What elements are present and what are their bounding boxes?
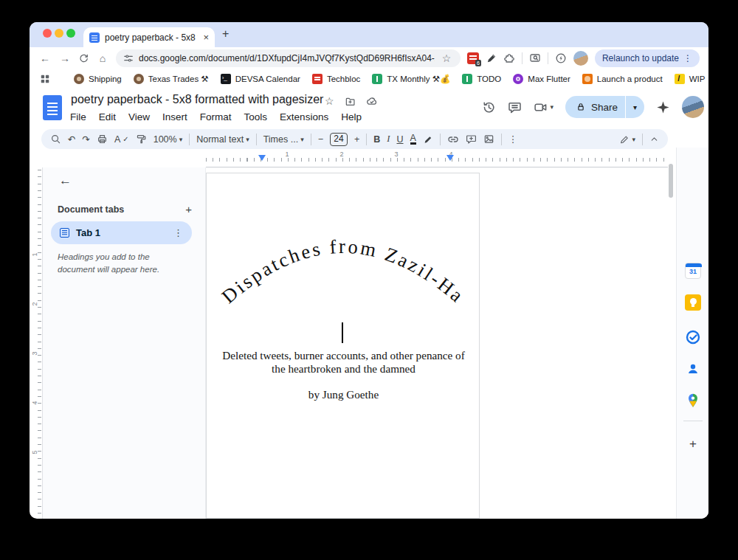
site-settings-icon[interactable] <box>123 53 134 63</box>
browser-tab[interactable]: poetry paperback - 5x8 formatted with pa… <box>83 27 215 47</box>
tab-1-label: Tab 1 <box>76 227 167 238</box>
insert-image-icon[interactable] <box>483 134 494 145</box>
bookmark-texas-trades[interactable]: Texas Trades ⚒ <box>134 74 209 84</box>
hide-menus-icon[interactable] <box>649 134 659 144</box>
spellcheck-icon[interactable]: A✓ <box>114 134 129 145</box>
font-select[interactable]: Times ... ▾ <box>263 134 304 145</box>
undo-icon[interactable]: ↶ <box>68 134 75 145</box>
window-zoom-button[interactable] <box>66 29 75 38</box>
bookmark-launch-a-product[interactable]: Launch a product <box>582 74 663 84</box>
svg-text:Dispatches from Zazil-Ha: Dispatches from Zazil-Ha <box>218 235 469 308</box>
account-avatar[interactable] <box>682 96 704 118</box>
bookmark-todo[interactable]: TODO <box>462 74 501 84</box>
document-page[interactable]: Dispatches from Zazil-Ha Deleted tweets,… <box>206 173 480 519</box>
bookmark-wip[interactable]: WIP <box>675 74 706 84</box>
tasks-app-icon[interactable] <box>684 328 702 346</box>
vertical-scrollbar-thumb[interactable] <box>669 164 673 198</box>
document-title[interactable]: poetry paperback - 5x8 formatted with pa… <box>71 93 323 106</box>
menu-format[interactable]: Format <box>200 111 232 122</box>
video-call-caret-icon[interactable]: ▾ <box>550 103 554 111</box>
bookmark-devsa-calendar[interactable]: DEVSA Calendar <box>221 74 300 84</box>
left-indent-marker[interactable] <box>258 155 266 161</box>
italic-button[interactable]: I <box>387 134 390 145</box>
keep-app-icon[interactable] <box>684 294 702 311</box>
menu-insert[interactable]: Insert <box>162 111 187 122</box>
insert-link-icon[interactable] <box>447 134 459 145</box>
google-docs-logo[interactable] <box>43 95 62 120</box>
contacts-app-icon[interactable] <box>684 360 702 378</box>
decrease-font-size-button[interactable]: − <box>318 134 323 145</box>
zoom-select[interactable]: 100% ▾ <box>154 134 183 145</box>
screen-search-extension-icon[interactable] <box>529 52 541 64</box>
paint-format-icon[interactable] <box>136 134 147 145</box>
horizontal-ruler[interactable]: 1 2 3 4 <box>206 151 668 164</box>
vertical-ruler[interactable]: 1 2 3 4 5 <box>34 170 42 519</box>
relaunch-menu-icon[interactable]: ⋮ <box>683 53 692 63</box>
share-button[interactable]: Share ▾ <box>565 96 644 118</box>
share-label: Share <box>591 102 618 113</box>
paragraph-style-select[interactable]: Normal text ▾ <box>196 134 249 145</box>
bold-button[interactable]: B <box>373 134 380 145</box>
browser-profile-avatar[interactable] <box>573 51 588 66</box>
arched-title-wordart[interactable]: Dispatches from Zazil-Ha <box>209 235 477 324</box>
cloud-saved-icon[interactable] <box>366 95 378 107</box>
bookmark-tx-monthly[interactable]: TX Monthly ⚒💰 <box>372 74 450 84</box>
redo-icon[interactable]: ↷ <box>82 134 89 145</box>
add-tab-button[interactable]: + <box>185 203 192 215</box>
subtitle-line-2[interactable]: the heartbroken and the damned <box>207 362 480 376</box>
star-document-icon[interactable]: ☆ <box>325 95 334 107</box>
search-menus-icon[interactable] <box>50 134 61 145</box>
apps-grid-icon[interactable] <box>40 74 50 84</box>
tab-close-icon[interactable]: × <box>203 32 209 43</box>
forward-icon[interactable]: → <box>58 52 72 64</box>
editing-mode-select[interactable]: ▾ <box>619 134 635 145</box>
lightning-extension-icon[interactable] <box>555 52 567 64</box>
menu-view[interactable]: View <box>128 111 150 122</box>
menu-file[interactable]: File <box>70 111 86 122</box>
join-call-button[interactable]: ▾ <box>534 100 554 114</box>
extensions-puzzle-icon[interactable] <box>503 52 515 64</box>
get-add-ons-button[interactable]: + <box>677 437 708 452</box>
menu-edit[interactable]: Edit <box>99 111 116 122</box>
maps-app-icon[interactable] <box>684 392 702 409</box>
tab-1-menu-icon[interactable]: ⋮ <box>173 227 183 238</box>
subtitle-line-1[interactable]: Deleted tweets, burner accounts, and oth… <box>207 349 480 362</box>
home-icon[interactable]: ⌂ <box>96 52 109 64</box>
move-to-folder-icon[interactable] <box>345 96 356 107</box>
menu-tools[interactable]: Tools <box>244 111 268 122</box>
byline-text[interactable]: by Jung Goethe <box>207 388 480 401</box>
window-close-button[interactable] <box>43 29 52 38</box>
reload-icon[interactable] <box>78 53 89 64</box>
text-color-button[interactable]: A <box>410 134 416 145</box>
bookmark-max-flutter[interactable]: Max Flutter <box>513 74 570 84</box>
window-minimize-button[interactable] <box>55 29 63 38</box>
address-bar[interactable]: docs.google.com/document/d/1DXfupdCjI4mJ… <box>116 49 461 67</box>
menu-help[interactable]: Help <box>341 111 362 122</box>
new-tab-button[interactable]: + <box>222 27 229 41</box>
document-tab-1[interactable]: Tab 1 ⋮ <box>51 221 192 244</box>
menu-extensions[interactable]: Extensions <box>280 111 328 122</box>
comments-icon[interactable] <box>508 100 522 114</box>
bookmark-techbloc[interactable]: Techbloc <box>312 74 360 84</box>
gemini-sparkle-icon[interactable] <box>656 100 670 114</box>
ruler-number: 2 <box>339 151 343 158</box>
share-caret-icon[interactable]: ▾ <box>626 103 644 111</box>
relaunch-to-update-button[interactable]: Relaunch to update ⋮ <box>595 49 700 67</box>
calendar-app-icon[interactable]: 31 <box>684 262 702 280</box>
extension-red-icon[interactable]: 6 <box>467 52 479 64</box>
collapse-panel-back-icon[interactable]: ← <box>59 173 72 188</box>
more-tools-icon[interactable]: ⋮ <box>508 134 518 145</box>
version-history-icon[interactable] <box>482 100 496 114</box>
underline-button[interactable]: U <box>396 134 403 145</box>
bookmark-shipping[interactable]: Shipping <box>74 74 122 84</box>
right-indent-marker[interactable] <box>446 155 454 161</box>
print-icon[interactable] <box>97 134 108 145</box>
back-icon[interactable]: ← <box>38 52 52 64</box>
tab-title: poetry paperback - 5x8 formatted with pa… <box>105 32 198 43</box>
add-comment-icon[interactable] <box>466 134 477 145</box>
font-size-input[interactable]: 24 <box>330 133 348 146</box>
highlight-color-icon[interactable] <box>423 134 433 145</box>
increase-font-size-button[interactable]: + <box>354 134 359 145</box>
bookmark-star-icon[interactable]: ☆ <box>440 52 453 64</box>
eyedropper-extension-icon[interactable] <box>486 53 497 64</box>
